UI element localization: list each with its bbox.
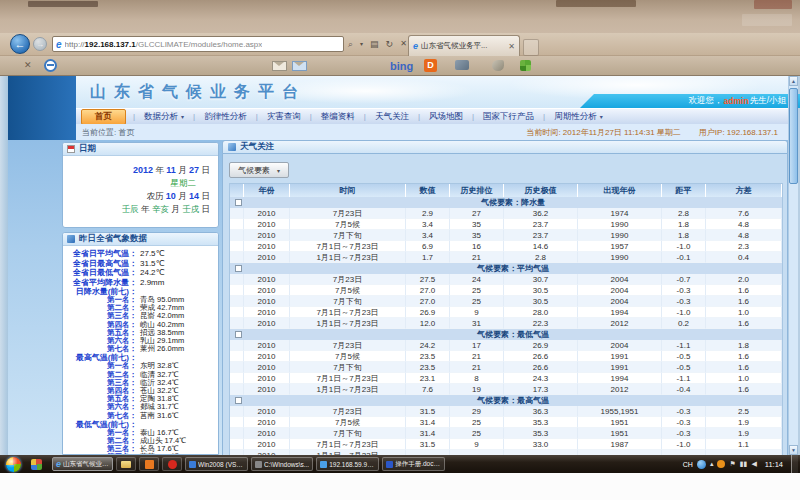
table-cell: 25 [450, 285, 504, 296]
stat-value: 31.5℃ [140, 259, 165, 268]
start-button[interactable] [6, 457, 21, 472]
desktop-background [0, 0, 800, 33]
table-cell: 1955,1951 [578, 406, 662, 417]
scroll-down-icon[interactable]: ▼ [789, 445, 798, 455]
palette-addon-icon[interactable] [492, 60, 504, 71]
bing-logo[interactable]: bing [390, 60, 413, 72]
table-cell: 7月23日 [290, 208, 406, 219]
table-cell: 1月1日～7月23日 [290, 384, 406, 395]
stat-value: 24.2℃ [140, 268, 165, 277]
row-select-cell [230, 384, 244, 395]
table-cell: 2010 [244, 351, 290, 362]
scroll-up-icon[interactable]: ▲ [789, 76, 798, 86]
welcome-banner: 欢迎您，admin 先生/小姐 [580, 94, 800, 108]
table-cell: 30.5 [504, 285, 578, 296]
browser-tab[interactable]: e 山东省气候业务平... ✕ [408, 35, 520, 56]
nav-item-7[interactable]: 国家下行产品 [481, 110, 536, 124]
volume-icon[interactable]: ◀ [751, 459, 756, 469]
nav-item-5[interactable]: 天气关注 [373, 110, 411, 124]
compatibility-icon[interactable]: ▤ [370, 38, 379, 50]
forward-button[interactable]: → [33, 37, 47, 51]
status-bar: 当前位置: 首页 当前时间: 2012年11月27日 11:14:31 星期二 … [76, 124, 788, 140]
table-cell: 2004 [578, 340, 662, 351]
network-icon[interactable]: ▮▮ [740, 459, 748, 469]
row-select-cell [230, 274, 244, 285]
nav-separator: | [186, 112, 202, 121]
puzzle-addon-icon[interactable] [520, 60, 531, 71]
table-row: 20107月23日27.52430.72004-0.72.0 [230, 274, 782, 285]
nav-item-6[interactable]: 风场地图 [427, 110, 465, 124]
messenger-icon[interactable] [697, 460, 706, 469]
refresh-icon[interactable]: ↻ [386, 38, 394, 50]
new-tab-button[interactable] [523, 39, 539, 56]
search-icon[interactable]: ⌕ [348, 38, 353, 50]
addon-d-icon[interactable]: D [424, 59, 437, 72]
page-scrollbar[interactable]: ▲ ▼ [788, 76, 798, 455]
tray-expand-icon[interactable]: ▴ [710, 459, 714, 469]
stat-value: 27.5℃ [140, 249, 165, 258]
window-icon [255, 461, 262, 468]
nav-item-1[interactable]: 数据分析▾ [142, 110, 186, 124]
taskbar-window-button[interactable]: C:\Windows\s... [251, 457, 313, 471]
scrollbar-thumb[interactable] [789, 88, 798, 184]
send-mail-icon[interactable] [292, 61, 307, 71]
table-cell: 2010 [244, 318, 290, 329]
table-cell: 29 [450, 406, 504, 417]
group-checkbox[interactable] [235, 265, 242, 272]
nav-item-8[interactable]: 周期性分析▾ [552, 110, 605, 124]
table-cell: 0.2 [662, 318, 706, 329]
chevron-down-icon: ▾ [181, 114, 184, 120]
table-row: 20107月下旬27.02530.52004-0.31.6 [230, 296, 782, 307]
nav-separator: | [465, 112, 481, 121]
taskbar-window-button[interactable]: Win2008 (VS2... [185, 457, 248, 471]
close-sidebar-icon[interactable]: ✕ [24, 60, 32, 70]
taskbar-app-orange-button[interactable] [139, 457, 159, 471]
table-cell: 1994 [578, 373, 662, 384]
pinned-app-icon[interactable] [31, 459, 42, 470]
nav-item-0[interactable]: 首页 [81, 109, 126, 125]
blocked-addon-icon[interactable] [44, 59, 57, 72]
camera-addon-icon[interactable] [455, 60, 469, 70]
nav-item-3[interactable]: 灾害查询 [265, 110, 303, 124]
nav-item-4[interactable]: 整编资料 [319, 110, 357, 124]
back-button[interactable]: ← [10, 34, 30, 54]
taskbar-window-button[interactable]: 192.168.59.99... [316, 457, 379, 471]
mail-icon[interactable] [272, 61, 287, 71]
table-cell: -0.4 [662, 384, 706, 395]
table-row: 20107月23日31.52936.31955,1951-0.32.5 [230, 406, 782, 417]
table-cell: 1990 [578, 219, 662, 230]
window-icon [320, 461, 327, 468]
table-cell: 2010 [244, 241, 290, 252]
show-desktop-button[interactable] [791, 455, 798, 473]
weather-watch-panel: 气候要素▾ 年份时间数值历史排位历史极值出现年份距平方差气候要素：降水量2010… [222, 154, 788, 455]
table-cell: 7月1日～7月23日 [290, 439, 406, 450]
chevron-down-icon[interactable]: ▾ [360, 38, 363, 50]
taskbar-media-button[interactable] [162, 457, 182, 471]
table-cell: -0.3 [662, 406, 706, 417]
table-cell: 2012 [578, 318, 662, 329]
tab-close-icon[interactable]: ✕ [508, 42, 515, 51]
table-cell: 8 [450, 373, 504, 384]
nav-item-2[interactable]: 韵律性分析 [202, 110, 249, 124]
taskbar-window-button[interactable]: 操作手册.docx ... [382, 457, 445, 471]
table-cell: -0.5 [662, 351, 706, 362]
address-bar[interactable]: e http://192.168.137.1/GLCCLIMATE/module… [52, 36, 344, 52]
language-indicator[interactable]: CH [683, 461, 693, 468]
ie-icon: e [56, 459, 61, 469]
climate-element-button[interactable]: 气候要素▾ [229, 162, 289, 178]
action-center-flag-icon[interactable]: ⚑ [729, 459, 735, 469]
group-label: 气候要素：最低气温 [244, 329, 782, 340]
row-select-cell [230, 230, 244, 241]
group-checkbox[interactable] [235, 199, 242, 206]
taskbar-clock[interactable]: 11:14 [765, 460, 783, 469]
taskbar-explorer-button[interactable] [116, 457, 136, 471]
stop-icon[interactable]: ✕ [400, 38, 407, 50]
table-row: 20101月1日～7月23日1.7212.81990-0.10.4 [230, 252, 782, 263]
group-checkbox[interactable] [235, 397, 242, 404]
table-cell: 2010 [244, 384, 290, 395]
group-checkbox[interactable] [235, 331, 242, 338]
security-icon[interactable] [717, 460, 725, 468]
table-cell: -1.1 [662, 340, 706, 351]
taskbar-ie-button[interactable]: e 山东省气候业务平... [52, 457, 113, 471]
weather-panel-title: 昨日全省气象数据 [79, 233, 147, 245]
